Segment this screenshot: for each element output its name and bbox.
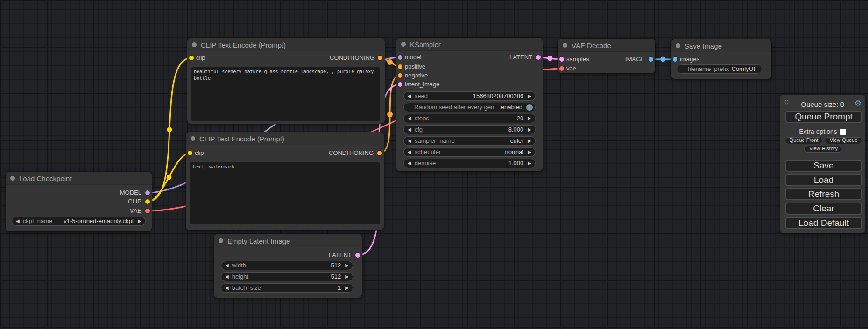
output-label-conditioning: CONDITIONING xyxy=(329,149,374,157)
widget-batch-size[interactable]: ◀ batch_size 1 ▶ xyxy=(221,283,353,293)
node-clip-text-encode-negative[interactable]: CLIP Text Encode (Prompt) clip CONDITION… xyxy=(186,132,384,230)
node-ksampler[interactable]: KSampler model positive negative latent_… xyxy=(396,38,543,171)
toggle-icon[interactable] xyxy=(526,104,533,111)
widget-label: width xyxy=(232,261,246,270)
decrement-arrow-icon[interactable]: ◀ xyxy=(408,148,411,156)
increment-arrow-icon[interactable]: ▶ xyxy=(345,273,349,281)
widget-cfg[interactable]: ◀ cfg 8.000 ▶ xyxy=(403,125,536,134)
input-slot-clip[interactable] xyxy=(189,56,194,60)
decrement-arrow-icon[interactable]: ◀ xyxy=(225,261,229,270)
node-clip-text-encode-positive[interactable]: CLIP Text Encode (Prompt) clip CONDITION… xyxy=(187,38,385,124)
output-slot-model[interactable] xyxy=(145,190,150,195)
input-slot-images[interactable] xyxy=(673,57,677,62)
node-graph-canvas[interactable]: Load Checkpoint MODEL CLIP VAE ◀ ckpt_na… xyxy=(0,0,868,329)
increment-arrow-icon[interactable]: ▶ xyxy=(528,92,531,100)
widget-label: steps xyxy=(415,114,429,123)
gear-icon[interactable]: ⚙ xyxy=(854,99,861,108)
wire-dot-cond1 xyxy=(387,59,393,65)
node-title: Empty Latent Image xyxy=(227,237,290,245)
prompt-textarea[interactable]: beautiful scenery nature glass bottle la… xyxy=(191,67,380,121)
input-slot-latent-image[interactable] xyxy=(398,82,402,87)
decrement-arrow-icon[interactable]: ◀ xyxy=(408,137,411,145)
widget-value: euler xyxy=(455,137,524,145)
input-slot-samples[interactable] xyxy=(559,57,564,62)
queue-front-button[interactable]: Queue Front xyxy=(785,137,823,144)
node-title-bar[interactable]: CLIP Text Encode (Prompt) xyxy=(186,132,384,145)
input-slot-positive[interactable] xyxy=(398,64,402,69)
prompt-textarea[interactable]: text, watermark xyxy=(190,162,380,224)
queue-size-label: Queue size: 0 xyxy=(780,100,865,108)
increment-arrow-icon[interactable]: ▶ xyxy=(528,114,531,123)
output-slot-clip[interactable] xyxy=(145,199,150,204)
collapse-dot-icon[interactable] xyxy=(219,238,223,243)
extra-options-checkbox[interactable] xyxy=(840,129,846,135)
widget-label: sampler_name xyxy=(415,137,455,145)
decrement-arrow-icon[interactable]: ◀ xyxy=(408,126,411,134)
node-title-bar[interactable]: Empty Latent Image xyxy=(214,234,362,247)
widget-ckpt-name[interactable]: ◀ ckpt_name v1-5-pruned-emaonly.ckpt ▶ xyxy=(12,217,146,226)
widget-seed[interactable]: ◀ seed 156680208700286 ▶ xyxy=(403,91,536,101)
output-slot-latent[interactable] xyxy=(355,253,360,258)
widget-scheduler[interactable]: ◀ scheduler normal ▶ xyxy=(403,147,536,157)
node-title-bar[interactable]: Save Image xyxy=(671,39,771,52)
widget-random-seed[interactable]: Random seed after every gen enabled xyxy=(403,103,536,112)
output-label-latent: LATENT xyxy=(509,54,532,61)
view-history-button[interactable]: View History xyxy=(804,146,842,153)
output-label-conditioning: CONDITIONING xyxy=(330,54,374,62)
node-title-bar[interactable]: Load Checkpoint xyxy=(6,172,152,185)
widget-denoise[interactable]: ◀ denoise 1.000 ▶ xyxy=(403,159,536,168)
output-slot-conditioning[interactable] xyxy=(377,151,382,155)
widget-width[interactable]: ◀ width 512 ▶ xyxy=(221,261,353,270)
output-slot-vae[interactable] xyxy=(145,209,150,213)
queue-panel: ⠿ Queue size: 0 ⚙ Queue Prompt Extra opt… xyxy=(780,95,865,233)
load-default-button[interactable]: Load Default xyxy=(785,217,862,229)
decrement-arrow-icon[interactable]: ◀ xyxy=(16,217,20,225)
output-slot-latent[interactable] xyxy=(536,55,541,60)
widget-filename-prefix[interactable]: filename_prefix ComfyUI xyxy=(677,64,762,74)
collapse-dot-icon[interactable] xyxy=(191,136,195,141)
widget-value: 1.000 xyxy=(436,159,523,168)
input-slot-vae[interactable] xyxy=(559,66,564,71)
collapse-dot-icon[interactable] xyxy=(401,42,406,47)
collapse-dot-icon[interactable] xyxy=(10,176,15,181)
collapse-dot-icon[interactable] xyxy=(563,43,567,48)
collapse-dot-icon[interactable] xyxy=(676,43,680,48)
input-slot-negative[interactable] xyxy=(398,73,402,78)
increment-arrow-icon[interactable]: ▶ xyxy=(345,284,349,292)
decrement-arrow-icon[interactable]: ◀ xyxy=(408,92,411,100)
increment-arrow-icon[interactable]: ▶ xyxy=(528,159,531,168)
view-queue-button[interactable]: View Queue xyxy=(825,137,862,144)
node-title: KSampler xyxy=(410,41,441,49)
node-title-bar[interactable]: KSampler xyxy=(396,38,543,51)
queue-prompt-button[interactable]: Queue Prompt xyxy=(785,111,862,123)
node-title-bar[interactable]: CLIP Text Encode (Prompt) xyxy=(187,38,385,51)
output-slot-conditioning[interactable] xyxy=(378,56,382,60)
decrement-arrow-icon[interactable]: ◀ xyxy=(408,114,411,123)
node-empty-latent-image[interactable]: Empty Latent Image LATENT ◀ width 512 ▶ … xyxy=(214,234,362,298)
input-slot-model[interactable] xyxy=(398,55,402,60)
widget-height[interactable]: ◀ height 512 ▶ xyxy=(221,272,353,281)
decrement-arrow-icon[interactable]: ◀ xyxy=(225,273,229,281)
node-load-checkpoint[interactable]: Load Checkpoint MODEL CLIP VAE ◀ ckpt_na… xyxy=(6,172,152,231)
widget-steps[interactable]: ◀ steps 20 ▶ xyxy=(403,114,536,123)
load-button[interactable]: Load xyxy=(785,174,862,186)
input-slot-clip[interactable] xyxy=(188,151,192,155)
increment-arrow-icon[interactable]: ▶ xyxy=(528,137,531,145)
collapse-dot-icon[interactable] xyxy=(192,42,197,47)
widget-sampler-name[interactable]: ◀ sampler_name euler ▶ xyxy=(403,136,536,146)
node-vae-decode[interactable]: VAE Decode samples vae IMAGE xyxy=(558,39,655,73)
input-label-clip: clip xyxy=(195,149,204,157)
decrement-arrow-icon[interactable]: ◀ xyxy=(408,159,411,168)
increment-arrow-icon[interactable]: ▶ xyxy=(345,261,349,270)
output-slot-image[interactable] xyxy=(649,57,653,62)
increment-arrow-icon[interactable]: ▶ xyxy=(528,126,531,134)
node-title-bar[interactable]: VAE Decode xyxy=(558,39,655,52)
node-save-image[interactable]: Save Image images filename_prefix ComfyU… xyxy=(671,39,771,79)
refresh-button[interactable]: Refresh xyxy=(785,188,862,200)
decrement-arrow-icon[interactable]: ◀ xyxy=(225,284,229,292)
increment-arrow-icon[interactable]: ▶ xyxy=(528,148,531,156)
save-button[interactable]: Save xyxy=(785,160,862,172)
clear-button[interactable]: Clear xyxy=(785,203,862,215)
increment-arrow-icon[interactable]: ▶ xyxy=(138,217,141,225)
input-label-samples: samples xyxy=(566,56,589,63)
